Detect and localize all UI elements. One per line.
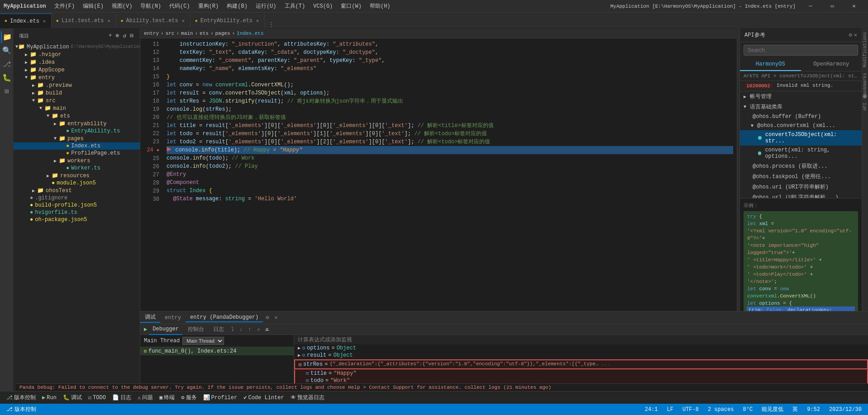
api-item-account[interactable]: ▶ 帐号管理 (740, 91, 862, 102)
close-button[interactable]: ✕ (844, 0, 864, 13)
activity-debug[interactable]: 🐛 (1, 72, 13, 84)
sidebar-collapse-icon[interactable]: ⊟ (129, 31, 134, 40)
status-git-btn[interactable]: ⎇ 版本控制 (5, 406, 38, 413)
minimize-button[interactable]: ─ (800, 0, 821, 13)
api-close-icon[interactable]: ✕ (854, 32, 857, 38)
menu-run[interactable]: 运行(U) (252, 1, 280, 11)
api-item-convert-tojsobject[interactable]: convertToJSObject(xml: str... (740, 130, 862, 146)
debug-var-result[interactable]: ▶ ⊟ result = Object (294, 352, 868, 359)
debug-toolbar-step-out[interactable]: ↑ (246, 326, 253, 333)
activity-files[interactable]: 📁 (1, 31, 13, 43)
api-settings-icon[interactable]: ⚙ (849, 32, 852, 38)
sidebar-new-folder-icon[interactable]: ⊕ (115, 31, 120, 40)
bottom-log-btn[interactable]: 📄 日志 (110, 393, 134, 402)
menu-refactor[interactable]: 重构(R) (195, 1, 223, 11)
tree-item-profile-ets[interactable]: ▶ ● ProfilePage.ets (14, 150, 140, 157)
code-lines-container[interactable]: instructionKey: "_instruction", attribut… (163, 38, 737, 311)
sidebar-new-file-icon[interactable]: + (108, 31, 113, 40)
bc-ets[interactable]: ets (200, 31, 209, 36)
tree-item-root[interactable]: ▼ 📁 MyApplication E:\HarmonyOS\MyApplica… (14, 43, 140, 51)
menu-vcs[interactable]: VCS(G) (310, 2, 336, 10)
debug-toolbar-run-to[interactable]: ↗ (255, 326, 262, 333)
status-indent[interactable]: 2 spaces (706, 406, 736, 413)
menu-help[interactable]: 帮助(H) (366, 1, 394, 11)
bottom-debug-btn[interactable]: 🐛 调试 (60, 393, 85, 402)
status-line-ending[interactable]: LF (665, 406, 675, 413)
tab-close-index[interactable]: ✕ (42, 18, 47, 24)
tree-item-entry[interactable]: ▼ 📁 entry (14, 74, 140, 81)
tree-item-idea[interactable]: ▶ 📁 .idea (14, 58, 140, 66)
tree-item-module-json[interactable]: ▶ ● module.json5 (14, 179, 140, 187)
bottom-services-btn[interactable]: ⚙ 服务 (178, 393, 199, 402)
activity-git[interactable]: ⎇ (1, 58, 13, 70)
tree-item-src[interactable]: ▼ 📁 src (14, 97, 140, 104)
status-lang[interactable]: 英 (791, 406, 800, 413)
maximize-button[interactable]: ▭ (822, 0, 843, 13)
tab-ability-test[interactable]: ● Ability.test.ets ✕ (116, 14, 191, 28)
debug-var-strres-highlighted[interactable]: ⊟ strRes = {"_declaration":{"_attributes… (294, 359, 868, 369)
tree-item-oh-package[interactable]: ▶ ● oh-package.json5 (14, 216, 140, 223)
menu-tools[interactable]: 工具(T) (281, 1, 309, 11)
status-location[interactable]: 能见度低 (760, 406, 785, 413)
tree-item-resources[interactable]: ▶ 📁 resources (14, 172, 140, 179)
menu-nav[interactable]: 导航(N) (137, 1, 165, 11)
bottom-todo-btn[interactable]: ☑ TODO (86, 393, 109, 402)
debug-toolbar-step-over[interactable]: ⤵ (229, 326, 236, 333)
api-item-convert[interactable]: convert(xml: string, options... (740, 146, 862, 161)
status-temp[interactable]: 8°C (741, 406, 755, 413)
debug-sub-tab-log[interactable]: 日志 (210, 324, 228, 335)
status-position[interactable]: 24:1 (643, 406, 660, 413)
api-item-uri[interactable]: @ohos.uri (URI字符串解析) (740, 182, 862, 192)
tree-item-entryability-ts[interactable]: ▶ ● EntryAbility.ts (14, 127, 140, 135)
modifications-label[interactable]: Modifications (862, 30, 868, 69)
activity-search[interactable]: 🔍 (1, 45, 13, 57)
api-tab-harmony[interactable]: HarmonyOS (740, 58, 801, 71)
menu-edit[interactable]: 编辑(E) (79, 1, 107, 11)
tree-item-hvigorfile[interactable]: ▶ ● hvigorfile.ts (14, 209, 140, 216)
bc-entry[interactable]: entry (144, 31, 159, 36)
api-ref-label[interactable]: API参考 (861, 101, 868, 113)
tree-item-gitignore[interactable]: ▶ ● .gitignore (14, 194, 140, 202)
debug-toolbar-reset[interactable]: ⏏ (263, 326, 270, 333)
bc-pages[interactable]: pages (215, 31, 230, 36)
api-search-input[interactable] (744, 45, 858, 56)
menu-view[interactable]: 视图(V) (108, 1, 136, 11)
debug-play-btn[interactable]: ▶ (144, 326, 147, 333)
tab-index-ets[interactable]: ● Index.ets ✕ (0, 14, 52, 28)
bc-main[interactable]: main (181, 31, 193, 36)
menu-file[interactable]: 文件(F) (51, 1, 79, 11)
bottom-terminal-btn[interactable]: ▣ 终端 (157, 393, 177, 402)
tab-close-entry[interactable]: ✕ (255, 18, 260, 24)
api-item-convertxml[interactable]: ▼ @ohos.convertxml (xml... (740, 121, 862, 130)
sidebar-refresh-icon[interactable]: ↺ (122, 31, 127, 40)
debug-tab-entry[interactable]: entry (160, 314, 186, 322)
debug-panel-close[interactable]: ✕ (272, 314, 280, 321)
api-item-buffer[interactable]: @ohos.buffer (Buffer) (740, 112, 862, 121)
bc-src[interactable]: src (166, 31, 175, 36)
status-encoding[interactable]: UTF-8 (681, 406, 701, 413)
tab-close-ability[interactable]: ✕ (181, 18, 186, 24)
menu-build[interactable]: 构建(B) (223, 1, 251, 11)
api-item-taskpool[interactable]: @ohos.taskpool (使用任... (740, 171, 862, 182)
menu-code[interactable]: 代码(C) (166, 1, 194, 11)
tab-close-list[interactable]: ✕ (107, 18, 111, 24)
debug-settings-icon[interactable]: ⚙ (263, 314, 272, 321)
bottom-profiler-btn[interactable]: 📊 Profiler (200, 393, 240, 402)
tree-item-ets[interactable]: ▼ 📁 ets (14, 112, 140, 120)
debug-tab-panda[interactable]: entry (PandaDebugger) (186, 313, 263, 322)
debug-var-title[interactable]: ⊟ title = "Happy" (299, 370, 863, 377)
api-item-process[interactable]: @ohos.process (获取进... (740, 161, 862, 171)
tab-list-test[interactable]: ● List.test.ets ✕ (52, 14, 116, 28)
api-item-url[interactable]: @ohos.url (URL字符串解析...) (740, 192, 862, 198)
tree-item-pages[interactable]: ▼ 📁 pages (14, 135, 140, 142)
api-item-langlib[interactable]: ▼ 语言基础类库 (740, 102, 862, 112)
bottom-problems-btn[interactable]: ⚠ 问题 (135, 393, 156, 402)
activity-extensions[interactable]: ⊞ (1, 85, 13, 97)
tree-item-hvigor[interactable]: ▶ 📁 .hvigor (14, 51, 140, 58)
tree-item-ohostest[interactable]: ▶ 📁 ohosTest (14, 187, 140, 194)
bottom-version-control[interactable]: ⎇ 版本控制 (4, 393, 38, 402)
tree-item-entryability[interactable]: ▶ 📁 entryability (14, 120, 140, 127)
callstack-item[interactable]: ⊞ func_main_0(), Index.ets:24 (140, 347, 294, 355)
tree-item-build-profile[interactable]: ▶ ● build-profile.json5 (14, 202, 140, 209)
tree-item-workers[interactable]: ▶ 📁 workers (14, 157, 140, 165)
